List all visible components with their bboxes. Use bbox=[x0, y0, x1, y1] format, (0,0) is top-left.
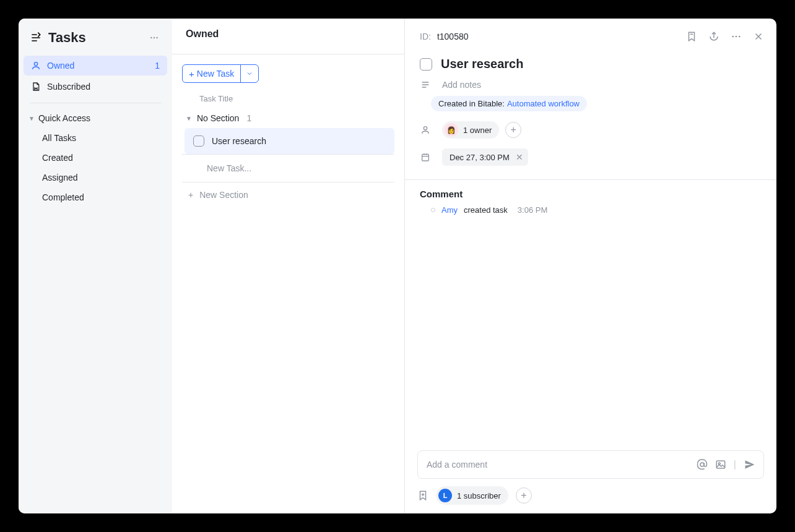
subscriber-pill-label: 1 subscriber bbox=[457, 491, 501, 500]
plus-icon: + bbox=[189, 69, 194, 79]
svg-point-5 bbox=[736, 36, 737, 38]
sidebar-title: Tasks bbox=[48, 30, 86, 46]
due-date-pill[interactable]: Dec 27, 3:00 PM ✕ bbox=[442, 148, 528, 166]
comment-input-box[interactable]: | bbox=[417, 450, 764, 479]
sidebar-item-subscribed[interactable]: Subscribed bbox=[24, 77, 167, 97]
sidebar-item-label: Owned bbox=[47, 61, 74, 71]
sidebar-item-label: Subscribed bbox=[47, 82, 90, 92]
column-header-title: Task Title bbox=[182, 83, 394, 108]
svg-point-7 bbox=[424, 127, 427, 130]
detail-title: User research bbox=[441, 57, 523, 71]
more-icon[interactable] bbox=[731, 31, 742, 42]
sidebar-group-quick-access[interactable]: ▼ Quick Access bbox=[24, 108, 167, 128]
sidebar-item-assigned[interactable]: Assigned bbox=[24, 168, 167, 187]
sidebar-item-created[interactable]: Created bbox=[24, 148, 167, 168]
origin-link[interactable]: Automated workflow bbox=[507, 99, 580, 108]
image-icon[interactable] bbox=[715, 459, 726, 470]
svg-point-0 bbox=[150, 37, 152, 38]
comment-time: 3:06 PM bbox=[518, 205, 547, 215]
svg-point-3 bbox=[34, 62, 37, 66]
origin-pill[interactable]: Created in Bitable: Automated workflow bbox=[431, 96, 587, 111]
detail-title-row: User research bbox=[405, 46, 776, 75]
sidebar-item-completed[interactable]: Completed bbox=[24, 187, 167, 207]
svg-point-2 bbox=[156, 37, 157, 38]
task-detail-pane: ID: t100580 User research bbox=[405, 19, 776, 513]
section-no-section[interactable]: ▼ No Section 1 bbox=[182, 108, 394, 128]
due-date-value: Dec 27, 3:00 PM bbox=[450, 153, 510, 162]
app-window: Tasks Owned 1 Subscribed bbox=[19, 19, 776, 513]
section-count: 1 bbox=[246, 113, 251, 123]
comment-header: Comment bbox=[420, 189, 762, 199]
subscribe-icon[interactable] bbox=[417, 490, 428, 501]
new-task-dropdown[interactable] bbox=[240, 65, 258, 82]
close-icon[interactable] bbox=[753, 31, 764, 42]
calendar-icon bbox=[420, 152, 431, 162]
sidebar-more-button[interactable] bbox=[147, 31, 161, 45]
task-checkbox[interactable] bbox=[193, 135, 204, 147]
share-icon[interactable] bbox=[708, 31, 719, 42]
chevron-down-icon: ▼ bbox=[28, 115, 35, 122]
notes-icon bbox=[420, 80, 431, 90]
clear-due-icon[interactable]: ✕ bbox=[516, 152, 523, 162]
svg-point-9 bbox=[700, 463, 704, 466]
notes-row[interactable]: Add notes bbox=[405, 75, 776, 95]
section-name: No Section bbox=[197, 113, 239, 123]
svg-point-4 bbox=[732, 36, 734, 38]
bookmark-icon[interactable] bbox=[686, 31, 697, 42]
comment-item: Amy created task 3:06 PM bbox=[420, 205, 762, 215]
detail-checkbox[interactable] bbox=[420, 58, 432, 71]
comment-input[interactable] bbox=[425, 459, 697, 470]
sidebar-item-owned[interactable]: Owned 1 bbox=[24, 56, 167, 75]
task-title: User research bbox=[212, 136, 266, 146]
task-id-label: ID: bbox=[420, 32, 431, 41]
new-task-button[interactable]: + New Task bbox=[182, 64, 259, 83]
svg-rect-8 bbox=[422, 154, 429, 161]
sidebar-item-all-tasks[interactable]: All Tasks bbox=[24, 128, 167, 148]
plus-icon: + bbox=[188, 190, 193, 200]
detail-divider bbox=[405, 179, 776, 180]
sidebar-header: Tasks bbox=[24, 25, 167, 56]
subscriber-pill[interactable]: L 1 subscriber bbox=[436, 486, 508, 505]
origin-row: Created in Bitable: Automated workflow bbox=[405, 95, 776, 116]
owner-avatar: 👩 bbox=[445, 123, 458, 137]
due-row: Dec 27, 3:00 PM ✕ bbox=[405, 144, 776, 171]
comment-section: Comment Amy created task 3:06 PM bbox=[405, 189, 776, 215]
owned-icon bbox=[31, 61, 41, 71]
send-icon[interactable] bbox=[744, 458, 756, 471]
sidebar: Tasks Owned 1 Subscribed bbox=[19, 19, 172, 513]
new-section-label: New Section bbox=[199, 190, 248, 200]
svg-rect-10 bbox=[716, 461, 725, 468]
new-section-button[interactable]: + New Section bbox=[182, 182, 394, 207]
subscribed-icon bbox=[31, 82, 41, 92]
new-task-label: New Task bbox=[197, 69, 234, 79]
task-row[interactable]: User research bbox=[185, 128, 394, 154]
notes-placeholder: Add notes bbox=[442, 80, 481, 90]
list-header: Owned bbox=[172, 19, 404, 54]
owner-row: 👩 1 owner + bbox=[405, 116, 776, 144]
triangle-down-icon: ▼ bbox=[186, 115, 192, 122]
subscriber-row: L 1 subscriber + bbox=[417, 486, 764, 505]
comment-action: created task bbox=[464, 205, 508, 215]
mention-icon[interactable] bbox=[697, 459, 708, 470]
svg-point-1 bbox=[154, 37, 155, 38]
owner-pill-label: 1 owner bbox=[463, 126, 492, 135]
list-title: Owned bbox=[186, 28, 219, 40]
sidebar-toggle-icon[interactable] bbox=[30, 32, 42, 44]
new-task-input[interactable]: New Task... bbox=[182, 154, 394, 182]
svg-point-6 bbox=[739, 36, 741, 38]
owner-pill[interactable]: 👩 1 owner bbox=[442, 121, 499, 139]
detail-footer: | L 1 subscriber + bbox=[405, 442, 776, 513]
sidebar-group-label: Quick Access bbox=[38, 113, 90, 123]
owned-count: 1 bbox=[155, 61, 160, 71]
sidebar-divider bbox=[30, 103, 161, 103]
add-owner-button[interactable]: + bbox=[505, 122, 521, 138]
comment-bullet-icon bbox=[431, 208, 435, 212]
origin-prefix: Created in Bitable: bbox=[438, 99, 505, 108]
task-list-pane: Owned + New Task Task Title ▼ No Section… bbox=[172, 19, 405, 513]
add-subscriber-button[interactable]: + bbox=[516, 487, 532, 504]
task-id-value: t100580 bbox=[437, 32, 469, 41]
detail-header: ID: t100580 bbox=[405, 19, 776, 46]
comment-author[interactable]: Amy bbox=[441, 205, 458, 215]
subscriber-avatar: L bbox=[438, 489, 452, 502]
owner-icon bbox=[420, 125, 431, 135]
